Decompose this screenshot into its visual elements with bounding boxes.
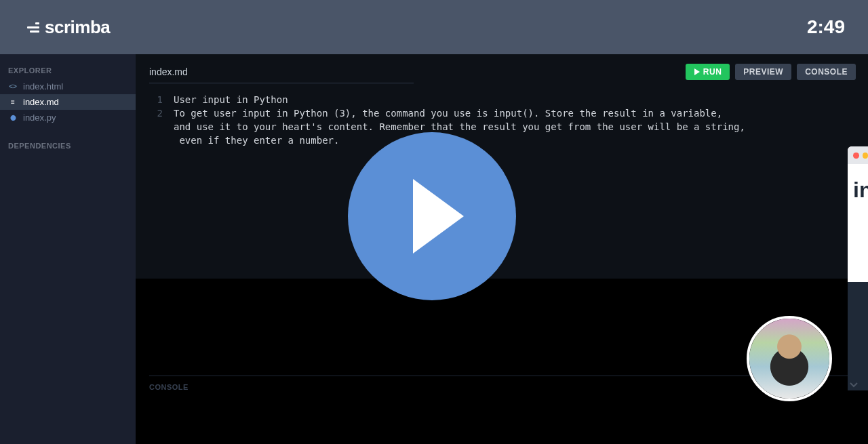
file-item-index-html[interactable]: <> index.html [0,79,136,94]
play-icon [694,68,701,75]
file-label: index.html [23,81,63,92]
html-icon: <> [8,82,18,92]
active-file-tab[interactable]: index.md [149,66,188,77]
line-text-wrap: and use it to your heart's content. Reme… [149,120,854,134]
explorer-heading: EXPLORER [0,62,136,79]
code-line: 2 To get user input in Python (3), the c… [149,106,854,120]
file-label: index.py [23,113,56,123]
line-text: User input in Python [174,93,288,106]
avatar-image [749,319,829,399]
dependencies-heading: DEPENDENCIES [0,138,136,154]
window-close-dot [853,153,859,159]
brand-name: scrimba [45,17,110,38]
preview-window-chrome [848,146,868,164]
instructor-avatar[interactable] [747,316,832,401]
tab-bar: index.md RUN PREVIEW CONSOLE [136,54,868,83]
console-button-label: CONSOLE [805,67,848,77]
code-line: 1 User input in Python [149,93,854,106]
sidebar: EXPLORER <> index.html ≡ index.md ⬤ inde… [0,54,136,444]
line-text: To get user input in Python (3), the com… [174,106,722,120]
preview-dark-section [848,282,868,390]
file-item-index-py[interactable]: ⬤ index.py [0,110,136,125]
header: scrimba 2:49 [0,0,868,54]
preview-panel[interactable]: in [848,146,868,390]
file-label: index.md [23,97,59,107]
scrimba-logo-icon [23,19,39,35]
video-timer: 2:49 [807,16,845,38]
markdown-icon: ≡ [8,98,18,107]
run-button[interactable]: RUN [686,64,730,80]
preview-content: in [848,164,868,216]
play-icon [413,179,464,254]
console-button[interactable]: CONSOLE [797,64,856,80]
line-number: 2 [149,106,163,120]
file-item-index-md[interactable]: ≡ index.md [0,94,136,110]
window-minimize-dot [863,153,869,159]
action-buttons: RUN PREVIEW CONSOLE [686,64,856,80]
preview-button-label: PREVIEW [743,67,783,77]
line-text-wrap: even if they enter a number. [149,134,854,147]
line-number: 1 [149,93,163,106]
brand-logo[interactable]: scrimba [23,17,110,38]
play-video-button[interactable] [348,132,516,300]
python-icon: ⬤ [8,113,18,123]
run-button-label: RUN [703,67,722,77]
preview-button[interactable]: PREVIEW [735,64,791,80]
chevron-down-icon[interactable] [849,380,859,391]
